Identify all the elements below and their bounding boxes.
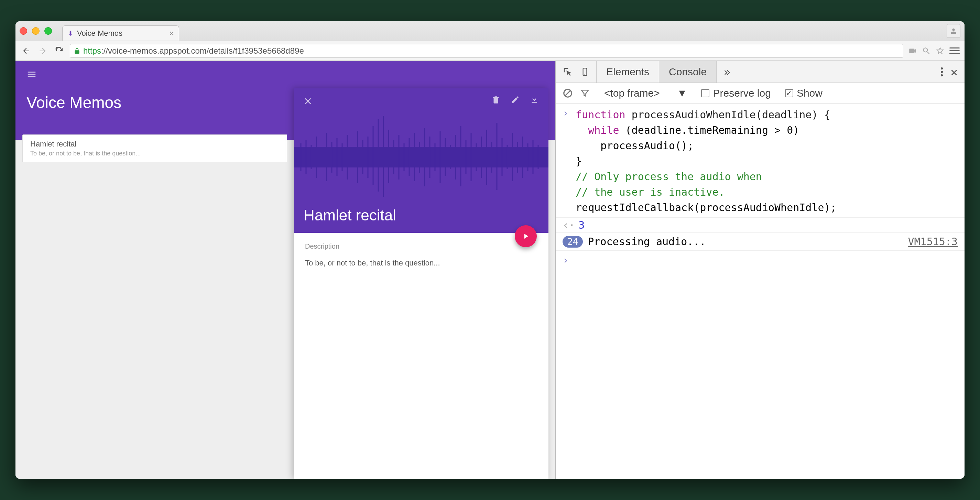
devtools-tabbar: Elements Console » ✕ xyxy=(556,61,964,83)
code-line: function processAudioWhenIdle(deadline) … xyxy=(576,107,837,123)
console-output[interactable]: › function processAudioWhenIdle(deadline… xyxy=(556,104,964,479)
memo-detail-card: ✕ xyxy=(294,88,549,479)
console-return-row: ‹· 3 xyxy=(556,218,964,233)
memo-item-subtitle: To be, or not to be, that is the questio… xyxy=(30,150,279,157)
lock-icon xyxy=(73,48,81,54)
tab-elements[interactable]: Elements xyxy=(597,61,659,83)
clear-console-icon[interactable] xyxy=(563,88,573,98)
browser-tab[interactable]: Voice Memos × xyxy=(62,25,179,41)
code-line: requestIdleCallback(processAudioWhenIdle… xyxy=(576,200,837,215)
svg-point-50 xyxy=(940,67,942,69)
back-button[interactable] xyxy=(20,45,32,57)
pencil-icon[interactable] xyxy=(511,95,520,104)
kebab-icon[interactable] xyxy=(940,67,943,77)
waveform-visualization xyxy=(294,113,549,202)
forward-button[interactable] xyxy=(37,45,48,57)
code-line: // the user is inactive. xyxy=(576,184,837,200)
return-arrow-icon: ‹· xyxy=(563,219,575,231)
devtools-panel: Elements Console » ✕ <top frame> ▼ xyxy=(555,61,964,479)
star-icon[interactable] xyxy=(935,46,945,55)
voice-memos-app: Voice Memos Hamlet recital To be, or not… xyxy=(16,61,555,479)
url-text: https://voice-memos.appspot.com/details/… xyxy=(83,46,304,56)
svg-line-54 xyxy=(565,91,571,96)
tabs-overflow-icon[interactable]: » xyxy=(717,61,737,83)
checkbox-unchecked-icon xyxy=(701,89,710,97)
inspect-icon[interactable] xyxy=(563,67,573,77)
detail-title: Hamlet recital xyxy=(304,207,396,224)
filter-icon[interactable] xyxy=(580,88,590,98)
download-icon[interactable] xyxy=(530,95,539,104)
tab-console[interactable]: Console xyxy=(659,61,717,83)
chevron-down-icon: ▼ xyxy=(677,88,687,99)
maximize-window-button[interactable] xyxy=(45,27,52,35)
description-label: Description xyxy=(305,242,538,250)
code-line: // Only process the audio when xyxy=(576,169,837,184)
arrow-right-icon xyxy=(38,46,47,55)
memo-list: Hamlet recital To be, or not to be, that… xyxy=(22,140,287,166)
minimize-window-button[interactable] xyxy=(32,27,40,35)
microphone-icon xyxy=(67,30,73,37)
detail-body: Description To be, or not to be, that is… xyxy=(294,233,549,277)
console-input-block: › function processAudioWhenIdle(deadline… xyxy=(556,105,964,218)
code-line: while (deadline.timeRemaining > 0) xyxy=(576,123,837,138)
camera-icon[interactable] xyxy=(908,46,917,55)
close-window-button[interactable] xyxy=(20,27,27,35)
reload-button[interactable] xyxy=(53,45,65,57)
address-bar[interactable]: https://voice-memos.appspot.com/details/… xyxy=(70,44,903,58)
tab-title: Voice Memos xyxy=(77,29,123,38)
preserve-log-toggle[interactable]: Preserve log xyxy=(701,88,771,99)
detail-actions xyxy=(492,95,539,104)
frame-selector[interactable]: <top frame> ▼ xyxy=(604,88,687,99)
window-controls xyxy=(20,27,52,35)
log-count-badge: 24 xyxy=(563,236,583,248)
devtools-close-icon[interactable]: ✕ xyxy=(951,65,958,79)
person-icon xyxy=(950,27,957,35)
description-text: To be, or not to be, that is the questio… xyxy=(305,259,538,268)
svg-point-51 xyxy=(940,70,942,73)
checkbox-checked-icon xyxy=(785,89,793,97)
devtools-right-controls: ✕ xyxy=(934,61,964,83)
chrome-menu-button[interactable] xyxy=(950,46,960,56)
code-line: } xyxy=(576,153,837,169)
memo-item-title: Hamlet recital xyxy=(30,140,279,148)
arrow-left-icon xyxy=(22,46,30,55)
log-message: Processing audio... xyxy=(588,236,706,248)
content-area: Voice Memos Hamlet recital To be, or not… xyxy=(16,61,964,479)
play-fab[interactable] xyxy=(515,225,537,247)
show-toggle[interactable]: Show xyxy=(785,88,822,99)
hamburger-icon[interactable] xyxy=(27,69,37,80)
memo-list-item[interactable]: Hamlet recital To be, or not to be, that… xyxy=(22,134,287,162)
browser-window: Voice Memos × https://voice-memos.appspo… xyxy=(16,21,964,479)
input-prompt-icon: › xyxy=(563,107,576,215)
zoom-icon[interactable] xyxy=(922,46,931,55)
code-line: processAudio(); xyxy=(576,138,837,153)
tab-close-icon[interactable]: × xyxy=(169,29,174,38)
console-log-row: 24 Processing audio... VM1515:3 xyxy=(556,233,964,251)
trash-icon[interactable] xyxy=(492,95,500,104)
device-icon[interactable] xyxy=(581,66,589,78)
browser-chrome: Voice Memos × https://voice-memos.appspo… xyxy=(16,21,964,61)
svg-point-52 xyxy=(940,74,942,76)
play-icon xyxy=(522,232,530,240)
omnibox-actions xyxy=(908,46,945,55)
browser-toolbar: https://voice-memos.appspot.com/details/… xyxy=(16,41,964,61)
input-prompt-icon: › xyxy=(563,254,576,266)
detail-header: ✕ xyxy=(294,88,549,233)
log-source-link[interactable]: VM1515:3 xyxy=(908,236,958,248)
console-filterbar: <top frame> ▼ Preserve log Show xyxy=(556,83,964,104)
devtools-tab-icons xyxy=(556,61,597,83)
return-value: 3 xyxy=(578,219,585,231)
console-prompt-row[interactable]: › xyxy=(556,251,964,270)
svg-point-49 xyxy=(585,74,585,75)
profile-button[interactable] xyxy=(947,24,960,38)
tabstrip: Voice Memos × xyxy=(16,21,964,41)
reload-icon xyxy=(55,47,63,55)
